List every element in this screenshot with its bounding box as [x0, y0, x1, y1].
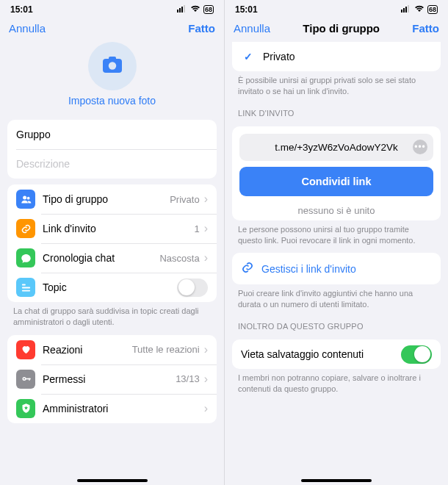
chat-icon	[16, 248, 35, 267]
chevron-right-icon: ›	[204, 222, 208, 235]
svg-point-15	[24, 378, 25, 380]
svg-rect-2	[181, 7, 183, 12]
row-privato[interactable]: ✓ Privato	[232, 42, 441, 71]
svg-rect-13	[25, 378, 30, 380]
link-icon	[16, 219, 35, 238]
key-icon	[16, 370, 35, 389]
row-label: Tipo di gruppo	[43, 193, 170, 205]
row-reactions[interactable]: Reazioni Tutte le reazioni ›	[7, 335, 217, 364]
heart-icon	[16, 340, 35, 359]
cancel-button[interactable]: Annulla	[234, 22, 270, 35]
signal-icon	[401, 4, 411, 15]
chevron-right-icon: ›	[204, 193, 208, 206]
nav-title: Tipo di gruppo	[303, 22, 380, 35]
row-label: Cronologia chat	[43, 252, 159, 264]
svg-rect-18	[405, 7, 407, 12]
wifi-icon	[190, 4, 200, 15]
chevron-right-icon: ›	[204, 402, 208, 415]
svg-rect-14	[29, 378, 29, 381]
svg-rect-0	[177, 10, 178, 12]
privacy-card: ✓ Privato	[232, 42, 441, 71]
invite-link-field[interactable]: t.me/+3yzW6zVoAdowY2Vk •••	[239, 134, 433, 161]
group-type-icon	[16, 190, 35, 209]
screen-group-type: 15:01 68 Annulla Tipo di gruppo Fatto ✓ …	[224, 0, 448, 485]
forward-card: Vieta salvataggio contenuti	[232, 340, 441, 369]
privacy-note: È possibile unirsi ai gruppi privati sol…	[225, 71, 448, 98]
chevron-right-icon: ›	[204, 251, 208, 265]
done-button[interactable]: Fatto	[188, 22, 215, 35]
status-time: 15:01	[235, 4, 258, 15]
chevron-right-icon: ›	[204, 343, 208, 356]
row-label: Privato	[263, 51, 432, 62]
row-label: Amministratori	[43, 403, 200, 414]
ellipsis-icon[interactable]: •••	[413, 140, 427, 154]
manage-note: Puoi creare link d'invito aggiuntivi che…	[225, 284, 448, 312]
row-label: Reazioni	[43, 344, 132, 356]
group-name-field[interactable]: Gruppo	[7, 120, 217, 149]
svg-point-7	[23, 195, 26, 199]
manage-links-button[interactable]: Gestisci i link d'invito	[232, 253, 441, 284]
row-value: 1	[194, 223, 199, 234]
svg-point-8	[26, 196, 29, 199]
forward-header: INOLTRO DA QUESTO GRUPPO	[225, 312, 448, 334]
done-button[interactable]: Fatto	[412, 22, 439, 35]
svg-rect-5	[109, 57, 116, 60]
row-invite-link[interactable]: Link d'invito 1 ›	[7, 214, 217, 243]
photo-section: Imposta nuova foto	[0, 39, 224, 114]
nav-bar: Annulla Tipo di gruppo Fatto	[225, 16, 448, 39]
row-label: Link d'invito	[43, 223, 194, 234]
shield-icon	[16, 399, 35, 418]
signal-icon	[177, 4, 187, 15]
forbid-note: I membri non potranno copiare, salvare o…	[225, 369, 448, 396]
row-admins[interactable]: Amministratori ›	[7, 394, 217, 423]
wifi-icon	[414, 4, 424, 15]
status-right: 68	[401, 4, 438, 15]
invite-link-text: t.me/+3yzW6zVoAdowY2Vk	[275, 142, 398, 153]
home-indicator	[301, 479, 372, 482]
row-permissions[interactable]: Permessi 13/13 ›	[7, 364, 217, 394]
row-group-type[interactable]: Tipo di gruppo Privato ›	[7, 184, 217, 214]
row-value: 13/13	[176, 373, 200, 384]
svg-rect-10	[21, 287, 29, 288]
topic-icon	[16, 278, 35, 297]
home-indicator	[77, 479, 148, 482]
group-description-field[interactable]: Descrizione	[7, 149, 217, 179]
invite-note: Le persone possono unirsi al tuo gruppo …	[225, 220, 448, 248]
battery-icon: 68	[203, 5, 214, 14]
manage-links-card: Gestisci i link d'invito	[232, 253, 441, 284]
name-description-card: Gruppo Descrizione	[7, 120, 217, 179]
row-value: Nascosta	[159, 253, 199, 264]
svg-rect-3	[184, 5, 185, 12]
row-forbid-save: Vieta salvataggio contenuti	[232, 340, 441, 369]
chevron-right-icon: ›	[204, 373, 208, 386]
row-label: Topic	[43, 281, 177, 293]
row-label: Permessi	[43, 373, 176, 385]
forbid-save-toggle[interactable]	[401, 345, 432, 364]
nav-bar: Annulla Fatto	[0, 16, 224, 39]
status-time: 15:01	[10, 4, 33, 15]
screen-group-edit: 15:01 68 Annulla Fatto	[0, 0, 224, 485]
camera-icon	[102, 56, 123, 76]
svg-rect-1	[179, 8, 181, 12]
svg-rect-16	[401, 10, 402, 12]
group-avatar-placeholder[interactable]	[88, 42, 137, 90]
cancel-button[interactable]: Annulla	[9, 22, 46, 35]
battery-icon: 68	[427, 5, 438, 14]
manage-links-label: Gestisci i link d'invito	[261, 263, 356, 275]
row-chat-history[interactable]: Cronologia chat Nascosta ›	[7, 243, 217, 273]
group-admin-card: Reazioni Tutte le reazioni › Permessi 13…	[7, 335, 217, 423]
set-photo-button[interactable]: Imposta nuova foto	[68, 95, 156, 107]
status-bar: 15:01 68	[225, 0, 448, 16]
svg-rect-11	[21, 290, 29, 291]
svg-rect-19	[408, 5, 409, 12]
row-label: Vieta salvataggio contenuti	[241, 348, 401, 360]
row-topic: Topic	[7, 273, 217, 302]
status-bar: 15:01 68	[0, 0, 224, 16]
svg-rect-9	[21, 284, 25, 285]
topic-toggle[interactable]	[177, 279, 208, 297]
share-link-button[interactable]: Condividi link	[239, 167, 433, 196]
row-value: Privato	[170, 194, 199, 205]
link-icon	[241, 261, 254, 276]
checkmark-icon: ✓	[244, 51, 253, 62]
svg-point-6	[108, 62, 115, 69]
